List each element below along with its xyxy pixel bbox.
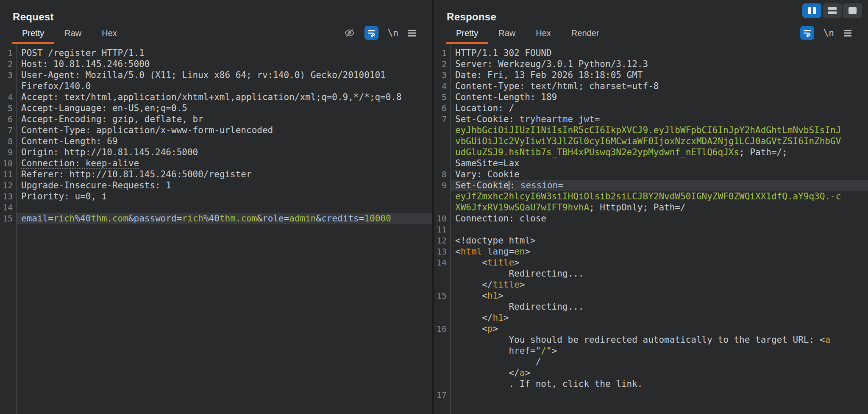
code-line: XW6JfxRV19wSQaU7wIFT9hvhA; HttpOnly; Pat… bbox=[434, 202, 868, 213]
code-line: 2Server: Werkzeug/3.0.1 Python/3.12.3 bbox=[434, 59, 868, 70]
line-number bbox=[434, 367, 450, 378]
code-line-text[interactable]: SameSite=Lax bbox=[450, 158, 868, 169]
line-number bbox=[434, 147, 450, 158]
code-line-text[interactable]: Content-Type: text/html; charset=utf-8 bbox=[450, 81, 868, 92]
code-line-text[interactable]: Set-Cookie: session= bbox=[450, 180, 868, 191]
code-line-text[interactable]: XW6JfxRV19wSQaU7wIFT9hvhA; HttpOnly; Pat… bbox=[450, 202, 868, 213]
response-tab-hex[interactable]: Hex bbox=[526, 25, 561, 44]
code-line-text[interactable]: eyJhbGciOiJIUzI1NiIsInR5cCI6IkpXVCJ9.eyJ… bbox=[450, 125, 868, 136]
code-line-text[interactable]: Host: 10.81.145.246:5000 bbox=[16, 59, 432, 70]
code-line: Firefox/140.0 bbox=[0, 81, 432, 92]
code-line: 14 <title> bbox=[434, 257, 868, 268]
code-line: 3Date: Fri, 13 Feb 2026 18:18:05 GMT bbox=[434, 70, 868, 81]
editor-menu-button[interactable] bbox=[408, 29, 416, 37]
code-line-text[interactable]: Origin: http://10.81.145.246:5000 bbox=[16, 147, 432, 158]
code-line-text[interactable]: </a> bbox=[450, 367, 868, 378]
code-line-text[interactable]: Accept-Language: en-US,en;q=0.5 bbox=[16, 103, 432, 114]
code-line: </a> bbox=[434, 367, 868, 378]
line-number bbox=[434, 136, 450, 147]
code-line: 9Set-Cookie: session= bbox=[434, 180, 868, 191]
code-line-text[interactable]: Upgrade-Insecure-Requests: 1 bbox=[16, 180, 432, 191]
line-number: 8 bbox=[434, 169, 450, 180]
line-number: 4 bbox=[434, 81, 450, 92]
newline-toggle[interactable]: \n bbox=[388, 28, 398, 38]
soft-wrap-toggle[interactable] bbox=[364, 26, 378, 40]
line-number: 13 bbox=[0, 191, 16, 202]
line-number bbox=[434, 356, 450, 367]
code-line-text[interactable]: Vary: Cookie bbox=[450, 169, 868, 180]
request-panel: Request PrettyRawHex bbox=[0, 0, 432, 414]
code-line-text[interactable]: POST /register HTTP/1.1 bbox=[16, 48, 432, 59]
response-tab-raw[interactable]: Raw bbox=[488, 25, 526, 44]
eye-hidden-icon[interactable] bbox=[344, 27, 355, 39]
code-line-text[interactable]: email=rich%40thm.com&password=rich%40thm… bbox=[16, 213, 432, 224]
code-line-text[interactable]: </h1> bbox=[450, 312, 868, 323]
request-tab-hex[interactable]: Hex bbox=[92, 25, 127, 44]
code-line-text[interactable] bbox=[16, 202, 432, 213]
editor-menu-button[interactable] bbox=[843, 29, 852, 37]
response-tab-render[interactable]: Render bbox=[561, 25, 609, 44]
code-line: href="/"> bbox=[434, 345, 868, 356]
line-number: 15 bbox=[0, 213, 16, 224]
code-line-text[interactable]: . If not, click the link. bbox=[450, 378, 868, 389]
code-line-text[interactable]: </title> bbox=[450, 279, 868, 290]
single-layout-button[interactable] bbox=[843, 3, 862, 18]
request-tab-raw[interactable]: Raw bbox=[54, 25, 92, 44]
code-line-text[interactable]: HTTP/1.1 302 FOUND bbox=[450, 48, 868, 59]
code-line: </h1> bbox=[434, 312, 868, 323]
code-line-text[interactable]: Content-Type: application/x-www-form-url… bbox=[16, 125, 432, 136]
code-line: 8Vary: Cookie bbox=[434, 169, 868, 180]
line-number: 16 bbox=[434, 323, 450, 334]
code-line-text[interactable]: User-Agent: Mozilla/5.0 (X11; Linux x86_… bbox=[16, 70, 432, 81]
repeater-message-view: Request PrettyRawHex bbox=[0, 0, 868, 414]
code-line-text[interactable] bbox=[450, 389, 868, 400]
code-line-text[interactable]: Accept-Encoding: gzip, deflate, br bbox=[16, 114, 432, 125]
newline-toggle[interactable]: \n bbox=[823, 28, 834, 38]
line-number: 7 bbox=[434, 114, 450, 125]
code-line-text[interactable]: Date: Fri, 13 Feb 2026 18:18:05 GMT bbox=[450, 70, 868, 81]
code-line-text[interactable] bbox=[450, 224, 868, 235]
view-layout-controls bbox=[802, 3, 862, 18]
code-line-text[interactable]: Server: Werkzeug/3.0.1 Python/3.12.3 bbox=[450, 59, 868, 70]
code-line-text[interactable]: / bbox=[450, 356, 868, 367]
line-number: 5 bbox=[0, 103, 16, 114]
response-tab-pretty[interactable]: Pretty bbox=[446, 25, 488, 44]
line-number bbox=[434, 191, 450, 202]
response-editor-toolbar: \n bbox=[800, 25, 868, 44]
code-line: Redirecting... bbox=[434, 268, 868, 279]
code-line-text[interactable]: Connection: close bbox=[450, 213, 868, 224]
rows-layout-button[interactable] bbox=[823, 3, 842, 18]
code-line-text[interactable]: Referer: http://10.81.145.246:5000/regis… bbox=[16, 169, 432, 180]
code-line-text[interactable]: <title> bbox=[450, 257, 868, 268]
single-pane-icon bbox=[849, 7, 857, 14]
code-line-text[interactable]: href="/"> bbox=[450, 345, 868, 356]
code-line-text[interactable]: Location: / bbox=[450, 103, 868, 114]
code-line-text[interactable]: vbGUiOiJ1c2VyIiwiY3JlZGl0cyI6MCwiaWF0Ijo… bbox=[450, 136, 868, 147]
code-line-text[interactable]: <p> bbox=[450, 323, 868, 334]
columns-layout-button[interactable] bbox=[802, 3, 821, 18]
code-line-text[interactable]: Content-Length: 69 bbox=[16, 136, 432, 147]
code-line-text[interactable]: Redirecting... bbox=[450, 268, 868, 279]
code-line: 6Location: / bbox=[434, 103, 868, 114]
code-line-text[interactable]: Firefox/140.0 bbox=[16, 81, 432, 92]
response-editor[interactable]: 1HTTP/1.1 302 FOUND2Server: Werkzeug/3.0… bbox=[434, 44, 868, 414]
request-editor[interactable]: 1POST /register HTTP/1.12Host: 10.81.145… bbox=[0, 44, 432, 414]
code-line-text[interactable]: udGluZSJ9.hsNtib7s_TBH4xPUswq3N2e2ypMydw… bbox=[450, 147, 868, 158]
code-line-text[interactable]: <html lang=en> bbox=[450, 246, 868, 257]
code-line-text[interactable]: Redirecting... bbox=[450, 301, 868, 312]
soft-wrap-icon bbox=[803, 28, 812, 37]
code-line-text[interactable]: Accept: text/html,application/xhtml+xml,… bbox=[16, 92, 432, 103]
code-line-text[interactable]: Connection: keep-alive bbox=[16, 158, 432, 169]
code-line-text[interactable]: <h1> bbox=[450, 290, 868, 301]
code-line-text[interactable]: Priority: u=0, i bbox=[16, 191, 432, 202]
code-line-text[interactable]: eyJfZmxhc2hlcyI6W3siIHQiOlsib2siLCJBY2Nv… bbox=[450, 191, 868, 202]
request-tab-pretty[interactable]: Pretty bbox=[12, 25, 54, 44]
line-number bbox=[434, 125, 450, 136]
code-line-text[interactable]: <!doctype html> bbox=[450, 235, 868, 246]
code-line-text[interactable]: Set-Cookie: tryheartme_jwt= bbox=[450, 114, 868, 125]
soft-wrap-toggle[interactable] bbox=[800, 26, 814, 40]
line-number: 6 bbox=[434, 103, 450, 114]
code-line-text[interactable]: Content-Length: 189 bbox=[450, 92, 868, 103]
code-line-text[interactable]: You should be redirected automatically t… bbox=[450, 334, 868, 345]
code-line: eyJhbGciOiJIUzI1NiIsInR5cCI6IkpXVCJ9.eyJ… bbox=[434, 125, 868, 136]
